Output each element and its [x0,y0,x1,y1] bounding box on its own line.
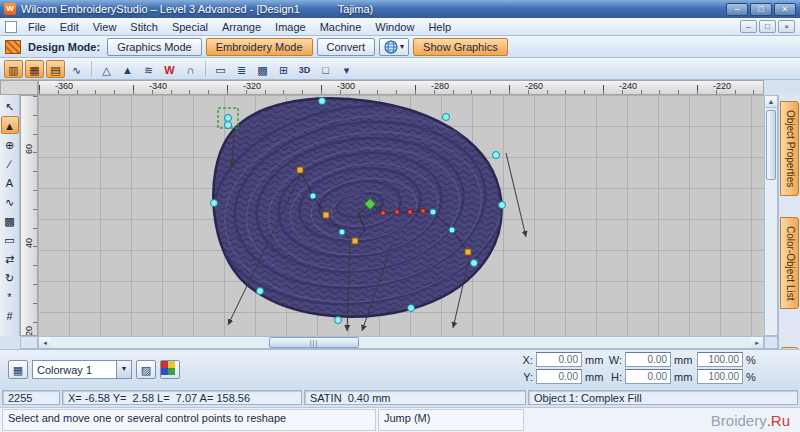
y-position-field[interactable]: 0.00 [536,369,582,384]
pointer-position: X= -6.58 Y= 2.58 L= 7.07 A= 158.56 [62,390,302,405]
x-position-field[interactable]: 0.00 [536,352,582,367]
horizontal-scrollbar[interactable]: ◂ ||| ▸ [38,336,764,349]
tatami-fill-icon[interactable]: ▦ [25,60,44,78]
outline-tool[interactable]: ▭ [1,230,19,248]
stitch-count: 2255 [2,390,60,405]
scroll-corner [20,336,38,349]
close-button[interactable]: × [774,3,796,16]
motif-run-icon[interactable]: ∿ [67,60,86,78]
design-canvas[interactable] [38,95,764,336]
reshape-tool[interactable]: ▲ [1,116,19,134]
horizontal-ruler: -360 -340 -320 -300 -280 -260 -240 -220 [38,80,764,95]
maximize-button[interactable]: □ [750,3,772,16]
scroll-corner [764,336,778,349]
watermark-text-suffix: .Ru [767,412,790,429]
hint-bar: Select and move one or several control p… [0,407,800,432]
vscroll-thumb[interactable] [766,110,776,180]
mdi-close-button[interactable]: × [778,20,795,33]
lettering-tool[interactable]: A [1,173,19,191]
menu-file[interactable]: File [21,20,53,34]
tab-object-properties[interactable]: Object Properties [780,101,799,196]
w-unit-label: mm [674,354,694,366]
width-field[interactable]: 0.00 [625,352,671,367]
star-shape-tool[interactable]: * [1,287,19,305]
show-graphics-button[interactable]: Show Graphics [413,38,508,56]
menu-view[interactable]: View [86,20,124,34]
window-title: Wilcom EmbroideryStudio – Level 3 Advanc… [21,3,300,15]
transform-panel: X: 0.00 mm W: 0.00 mm 100.00 % Y: 0.00 m… [519,352,766,384]
grid-view-icon[interactable]: ⊞ [274,60,293,78]
pencil-tool[interactable]: ∕ [1,154,19,172]
layout-icon[interactable]: ≣ [232,60,251,78]
tab-color-object-list[interactable]: Color-Object List [780,217,799,309]
transform-row-y: Y: 0.00 mm H: 0.00 mm 100.00 % [519,369,766,384]
embroidery-design-icon [5,40,21,54]
ruler-label: 60 [24,141,34,157]
mirror-tool[interactable]: ⇄ [1,249,19,267]
mdi-minimize-button[interactable]: – [740,20,757,33]
ruler-label: -240 [619,81,637,91]
menu-arrange[interactable]: Arrange [215,20,268,34]
satin-fill-icon[interactable]: ▤ [46,60,65,78]
toolbar-separator [91,61,92,77]
wave-fill-icon[interactable]: ≋ [139,60,158,78]
menu-machine[interactable]: Machine [313,20,369,34]
x-label: X: [519,354,533,366]
status-bar: 2255 X= -6.58 Y= 2.58 L= 7.07 A= 158.56 … [0,389,800,407]
vertical-ruler: 60 40 20 [20,95,38,336]
convert-button[interactable]: Convert [317,38,376,56]
ruler-corner [0,80,38,95]
menu-special[interactable]: Special [165,20,215,34]
edit-colorway-icon[interactable]: ▨ [136,360,156,379]
menu-window[interactable]: Window [368,20,421,34]
scale-y-field[interactable]: 100.00 [697,369,743,384]
globe-dropdown-button[interactable]: ▾ [379,38,409,56]
run-stitch-tool[interactable]: ∿ [1,192,19,210]
scale-x-percent-label: % [746,354,766,366]
watermark: Broidery.Ru [526,409,798,431]
scale-x-field[interactable]: 100.00 [697,352,743,367]
scroll-up-icon[interactable]: ▲ [765,96,777,108]
mdi-restore-button[interactable]: □ [759,20,776,33]
run-stitch-icon[interactable]: ▥ [4,60,23,78]
colorway-select[interactable]: Colorway 1 ▾ [32,360,132,379]
ruler-label: -280 [431,81,449,91]
scroll-right-icon[interactable]: ▸ [751,337,763,348]
chevron-down-icon[interactable]: ▾ [116,361,131,378]
rectangle-tool-icon[interactable]: ▭ [211,60,230,78]
menu-help[interactable]: Help [421,20,458,34]
grid-tool[interactable]: # [1,306,19,324]
mode-toolbar: Design Mode: Graphics Mode Embroidery Mo… [0,36,800,58]
w-label: W: [608,354,622,366]
hscroll-thumb[interactable]: ||| [269,337,359,348]
thread-colors-icon[interactable]: ▦ [8,360,28,379]
embroidery-mode-button[interactable]: Embroidery Mode [206,38,313,56]
graphics-mode-button[interactable]: Graphics Mode [107,38,202,56]
ruler-label: -220 [713,81,731,91]
height-field[interactable]: 0.00 [625,369,671,384]
mixing-palette-icon[interactable] [160,360,180,379]
ruler-label: -260 [525,81,543,91]
menu-stitch[interactable]: Stitch [123,20,165,34]
select-tool[interactable]: ↖ [1,97,19,115]
menu-edit[interactable]: Edit [53,20,86,34]
toolbar-separator [205,61,206,77]
rotate-tool[interactable]: ↻ [1,268,19,286]
vertical-scrollbar[interactable]: ▲ [764,95,778,336]
scroll-left-icon[interactable]: ◂ [39,337,51,348]
minimize-button[interactable]: – [726,3,748,16]
lettering-icon[interactable]: W [160,60,179,78]
select-box-icon[interactable]: □ [316,60,335,78]
contour-stitch-icon[interactable]: △ [97,60,116,78]
ruler-label: -320 [243,81,261,91]
view-3d-icon[interactable]: 3D [295,60,314,78]
pattern-fill-icon[interactable]: ▩ [253,60,272,78]
curve-stitch-icon[interactable]: ∩ [181,60,200,78]
menu-image[interactable]: Image [268,20,313,34]
fill-stitch-tool[interactable]: ▩ [1,211,19,229]
fusion-fill-icon[interactable]: ▲ [118,60,137,78]
more-tools-dropdown-icon[interactable]: ▾ [337,60,356,78]
zoom-tool[interactable]: ⊕ [1,135,19,153]
x-unit-label: mm [585,354,605,366]
colorway-transform-band: ▦ Colorway 1 ▾ ▨ X: 0.00 mm W: 0.00 mm 1… [0,349,800,389]
